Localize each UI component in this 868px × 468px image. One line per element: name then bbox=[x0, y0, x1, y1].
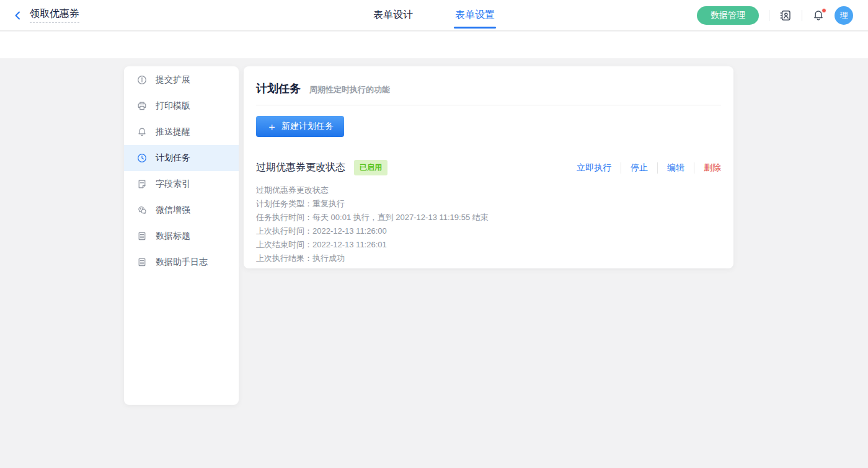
data-manage-button[interactable]: 数据管理 bbox=[697, 6, 759, 25]
form-title[interactable]: 领取优惠券 bbox=[30, 7, 79, 23]
header-right: 数据管理 理 bbox=[697, 6, 868, 25]
header-left: 领取优惠券 bbox=[0, 7, 223, 23]
scheduled-tasks-panel: 计划任务 周期性定时执行的功能 ＋ 新建计划任务 过期优惠券更改状态 已启用 立… bbox=[244, 66, 733, 268]
clock-icon bbox=[137, 153, 147, 163]
back-button[interactable] bbox=[12, 10, 24, 21]
list-icon bbox=[137, 231, 147, 241]
sidebar-item-label: 微信增强 bbox=[156, 205, 190, 216]
task-detail-line: 上次执行时间：2022-12-13 11:26:00 bbox=[256, 224, 721, 238]
sidebar-item[interactable]: 字段索引 bbox=[124, 171, 239, 197]
task-action-link[interactable]: 停止 bbox=[621, 162, 648, 174]
sidebar-item-label: 推送提醒 bbox=[156, 126, 190, 138]
sidebar-item-label: 数据标题 bbox=[156, 231, 190, 242]
bell-icon bbox=[137, 127, 147, 137]
task-actions: 立即执行 停止 编辑 删除 bbox=[577, 162, 721, 174]
tab-label: 表单设计 bbox=[373, 9, 413, 22]
chevron-left-icon bbox=[12, 10, 24, 21]
task-header-row: 过期优惠券更改状态 已启用 立即执行 停止 编辑 删除 bbox=[256, 160, 721, 175]
tab-label: 表单设置 bbox=[455, 9, 495, 22]
content-area: 提交扩展 打印模版 推送提醒 计划任务 字段索引 bbox=[0, 58, 868, 468]
sidebar-item-label: 打印模版 bbox=[156, 100, 190, 112]
sidebar-item[interactable]: 数据标题 bbox=[124, 223, 239, 249]
task-action-link[interactable]: 删除 bbox=[694, 162, 721, 174]
address-book-icon bbox=[779, 9, 792, 22]
divider bbox=[802, 10, 802, 21]
divider bbox=[256, 105, 721, 105]
wechat-icon bbox=[137, 205, 147, 215]
task-action-link[interactable]: 编辑 bbox=[657, 162, 684, 174]
divider bbox=[769, 10, 769, 21]
sidebar-item[interactable]: 计划任务 bbox=[124, 145, 239, 171]
new-task-button-label: 新建计划任务 bbox=[281, 121, 334, 132]
notifications-button[interactable] bbox=[812, 9, 825, 22]
sidebar-item[interactable]: 打印模版 bbox=[124, 93, 239, 119]
info-icon bbox=[137, 75, 147, 85]
task-detail-line: 上次结束时间：2022-12-13 11:26:01 bbox=[256, 238, 721, 252]
printer-icon bbox=[137, 101, 147, 111]
plus-icon: ＋ bbox=[267, 121, 277, 132]
task-detail-line: 上次执行结果：执行成功 bbox=[256, 252, 721, 265]
task-status-badge: 已启用 bbox=[354, 160, 388, 175]
panel-header: 计划任务 周期性定时执行的功能 bbox=[256, 66, 721, 105]
settings-sidebar: 提交扩展 打印模版 推送提醒 计划任务 字段索引 bbox=[124, 66, 239, 405]
task-action-link[interactable]: 立即执行 bbox=[577, 162, 611, 174]
top-header: 领取优惠券 表单设计 表单设置 数据管理 bbox=[0, 0, 868, 31]
sidebar-item[interactable]: 微信增强 bbox=[124, 197, 239, 223]
task-detail-line: 任务执行时间：每天 00:01 执行，直到 2027-12-13 11:19:5… bbox=[256, 211, 721, 224]
task-details: 过期优惠券更改状态 计划任务类型：重复执行 任务执行时间：每天 00:01 执行… bbox=[256, 183, 721, 265]
sidebar-item[interactable]: 推送提醒 bbox=[124, 119, 239, 145]
task-detail-line: 过期优惠券更改状态 bbox=[256, 183, 721, 197]
list-icon bbox=[137, 257, 147, 267]
task-detail-line: 计划任务类型：重复执行 bbox=[256, 197, 721, 211]
header-tab[interactable]: 表单设计 bbox=[372, 0, 414, 30]
sub-header-band bbox=[0, 32, 868, 58]
file-icon bbox=[137, 179, 147, 189]
contacts-button[interactable] bbox=[779, 9, 792, 22]
header-tab[interactable]: 表单设置 bbox=[454, 0, 496, 30]
page-subtitle: 周期性定时执行的功能 bbox=[309, 84, 390, 95]
new-scheduled-task-button[interactable]: ＋ 新建计划任务 bbox=[256, 116, 344, 137]
sidebar-item-label: 计划任务 bbox=[156, 152, 190, 164]
task-name: 过期优惠券更改状态 bbox=[256, 161, 345, 174]
avatar[interactable]: 理 bbox=[835, 6, 853, 25]
sidebar-item-label: 数据助手日志 bbox=[156, 257, 208, 268]
sidebar-item-label: 字段索引 bbox=[156, 179, 190, 190]
sidebar-item[interactable]: 数据助手日志 bbox=[124, 249, 239, 275]
page-title: 计划任务 bbox=[256, 81, 301, 96]
sidebar-item[interactable]: 提交扩展 bbox=[124, 67, 239, 93]
sidebar-item-label: 提交扩展 bbox=[156, 74, 190, 86]
notification-badge-dot bbox=[822, 8, 826, 13]
